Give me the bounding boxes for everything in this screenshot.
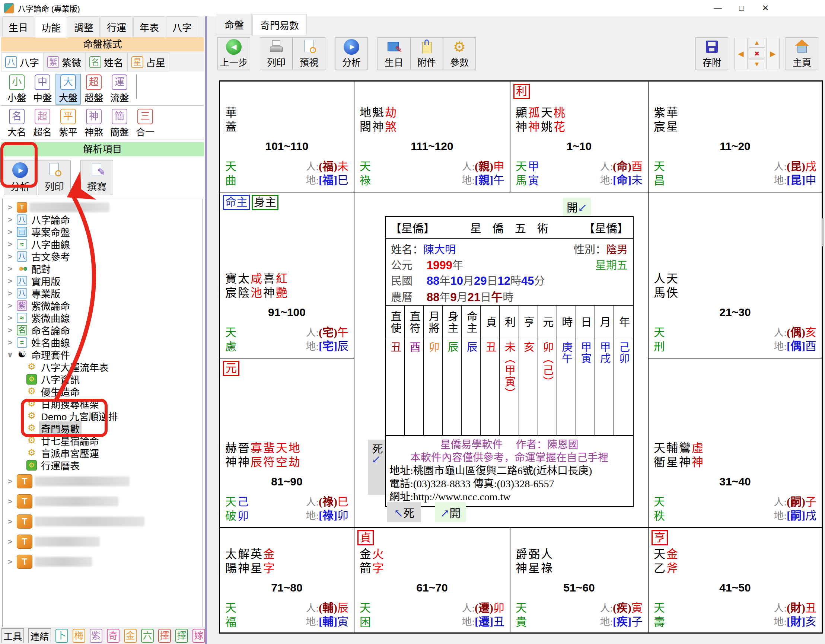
bottom-tab-1[interactable]: 工具 [2,629,24,643]
chevron-right-icon[interactable]: > [6,203,14,212]
chevron-right-icon[interactable]: > [6,276,14,286]
palace-cell[interactable]: 地魁劫閣神煞111~120天祿人:(親)申地:[親]午 [354,82,510,193]
palace-cell[interactable]: 爵弼人神星祿51~60天貴人:(疾)寅地:[疾]子 [510,528,649,632]
chart-tab-2[interactable]: 奇門易數 [252,14,307,36]
tree-item[interactable]: ⚙奇門易數 [6,422,202,434]
name-option-1[interactable]: 名大名 [5,109,29,138]
chevron-right-icon[interactable]: > [6,477,14,486]
chevron-right-icon[interactable]: > [6,517,14,526]
plugin-seal-icon-1[interactable]: 卜 [56,629,68,643]
dpad-down[interactable]: ▼ [749,60,765,69]
chevron-right-icon[interactable]: > [6,227,14,236]
left-tab-3[interactable]: 調整 [68,16,100,37]
chart-tab-1[interactable]: 命盤 [217,14,252,35]
tree-item-censored[interactable]: >T [6,471,202,491]
tree-item[interactable]: >八實用版 [6,275,202,287]
palace-cell[interactable]: 太解英金陽神星字71~80天福人:(輔)辰地:[輔]寅 [220,528,354,632]
left-tab-5[interactable]: 年表 [133,16,165,37]
tree-item[interactable]: ⚙Demo 九宮順逆排 [6,410,202,422]
size-option-2[interactable]: 中中盤 [31,74,54,104]
plugin-seal-icon-3[interactable]: 紫 [90,629,102,643]
size-option-4[interactable]: 超超盤 [82,74,106,104]
name-option-4[interactable]: 神神煞 [82,109,106,138]
tree-item-censored[interactable]: >T [6,511,202,531]
tree-item[interactable]: >八專業版 [6,287,202,299]
plugin-seal-icon-8[interactable]: 擇 [175,629,188,643]
tree-item-censored[interactable]: >T [6,491,202,511]
tree-item[interactable]: ⚙日期搜尋框架 [6,398,202,410]
print-button[interactable]: 列印 [38,160,71,195]
close-button[interactable]: ✕ [754,3,777,13]
maximize-button[interactable]: □ [730,3,754,13]
plugin-seal-icon-2[interactable]: 梅 [73,629,85,643]
scrollbar-thumb[interactable] [822,218,824,246]
palace-cell[interactable]: 命主身主寶太咸喜紅宸陰池神艷91~100天慮人:(宅)午地:[宅]辰 [220,193,354,358]
tree-item[interactable]: ⚙八字大運流年表 [6,361,202,373]
chevron-right-icon[interactable]: > [6,338,14,347]
palace-cell[interactable]: 華蓋101~110天曲人:(福)未地:[福]巳 [220,82,354,193]
write-button[interactable]: ✎撰寫 [80,160,113,195]
tree-item[interactable]: >▤專案命盤 [6,225,202,238]
bottom-tab-2[interactable]: 連結 [28,629,51,643]
chevron-right-icon[interactable]: > [6,252,14,261]
minimize-button[interactable]: — [706,3,730,13]
tree-item[interactable]: >☻☻配對 [6,263,202,275]
chevron-right-icon[interactable]: > [6,314,14,322]
palace-cell[interactable]: 貞金火箭字61~70天困人:(遷)卯地:[遷]丑 [354,528,510,632]
style-tab-2[interactable]: 紫紫微 [43,53,85,71]
style-tab-4[interactable]: 星占星 [127,53,169,71]
palace-cell[interactable]: 紫華宸星11~20天昌人:(昆)戌地:[昆]申 [649,82,822,193]
toolbar-preview-button[interactable]: 預視 [293,37,325,70]
chevron-right-icon[interactable]: > [6,557,14,566]
style-tab-3[interactable]: 名姓名 [85,53,127,71]
tree-item[interactable]: ⚙行運曆表 [6,459,202,471]
tree-item-censored[interactable]: >T [6,552,202,572]
tree-item[interactable]: >≈八字曲線 [6,238,202,250]
tree-item[interactable]: ⚙優生造命 [6,385,202,398]
palace-cell[interactable]: 天輔鸞虛衢星神神31~40天秩人:(嗣)子地:[嗣]戌 [649,358,822,528]
tree-item[interactable]: >≈紫微曲線 [6,312,202,324]
left-tab-4[interactable]: 行運 [100,16,133,37]
chevron-right-icon[interactable]: > [6,301,14,310]
toolbar-back-button[interactable]: ◀上一步 [218,37,250,70]
plugin-seal-icon-9[interactable]: 嫁 [193,629,205,643]
dpad-left[interactable]: ◀ [734,38,748,69]
palace-cell[interactable]: 元赫晉寡蜚天地神神辰符空劫81~90天己破卯人:(祿)巳地:[祿]卯 [220,358,354,528]
chevron-right-icon[interactable]: > [6,497,14,506]
toolbar-params-button[interactable]: ⚙參數 [443,37,476,70]
name-option-3[interactable]: 平紫平 [56,109,80,138]
plugin-seal-icon-5[interactable]: 金 [124,629,137,643]
name-option-6[interactable]: 三合一 [133,109,157,138]
tree-item[interactable]: ⚙盲派串宮壓運 [6,447,202,459]
tree-item[interactable]: >紫紫微論命 [6,299,202,312]
tree-item[interactable]: ⚙八字資訊 [6,373,202,385]
tree-item[interactable]: >八古文參考 [6,250,202,263]
toolbar-birthday-button[interactable]: ✎生日 [377,37,410,70]
name-option-2[interactable]: 超超名 [31,109,54,138]
toolbar-attachment-button[interactable]: 附件 [410,37,443,70]
style-tab-1[interactable]: 八八字 [1,53,43,71]
dpad-up[interactable]: ▲ [749,38,765,48]
chevron-right-icon[interactable]: > [6,326,14,335]
left-tab-1[interactable]: 生日 [2,16,34,37]
toolbar-analyze-button[interactable]: ▶分析 [335,37,368,70]
left-tab-2[interactable]: 功能 [35,17,67,38]
home-button[interactable]: 主頁 [786,37,818,70]
tree-item[interactable]: ∨☯命理套件 [6,348,202,361]
chevron-down-icon[interactable]: ∨ [6,350,14,359]
size-option-3[interactable]: 大大盤 [56,74,80,104]
dpad-right[interactable]: ▶ [766,38,780,69]
analyze-button[interactable]: ▶分析 [4,160,37,195]
toolbar-print-button[interactable]: 列印 [260,37,293,70]
chevron-right-icon[interactable]: > [6,240,14,249]
save-attach-button[interactable]: 存附 [695,37,728,70]
chevron-right-icon[interactable]: > [6,537,14,546]
tree-item[interactable]: ⚙廿七星宿論命 [6,434,202,447]
plugin-seal-icon-4[interactable]: 奇 [107,629,119,643]
plugin-seal-icon-6[interactable]: 六 [141,629,154,643]
chevron-right-icon[interactable]: > [6,264,14,273]
left-tab-6[interactable]: 八字 [166,16,198,37]
palace-cell[interactable]: 亨天金乙斧41~50天壽人:(財)丑地:[財]亥 [649,528,822,632]
dpad-center[interactable]: ✖ [749,49,765,59]
palace-cell[interactable]: 利顯孤天桃神神姚花1~10天甲馬寅人:(命)酉地:[命]未 [510,82,649,193]
